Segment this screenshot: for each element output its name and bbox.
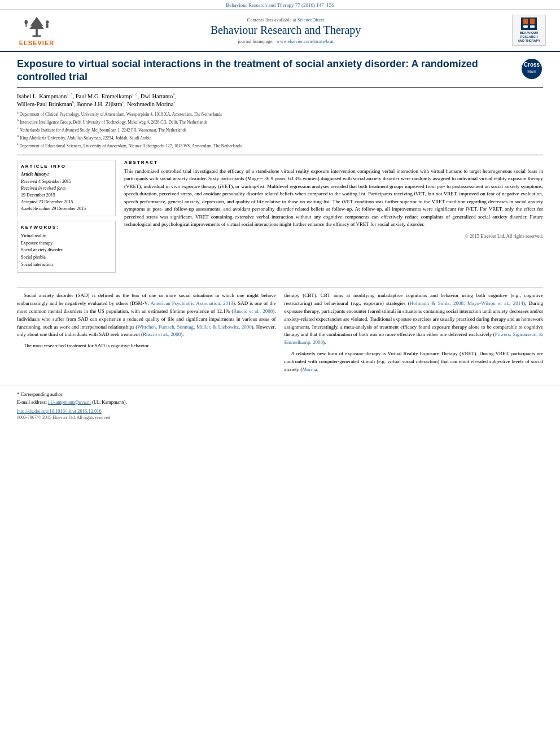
elsevier-label: ELSEVIER	[19, 40, 54, 46]
elsevier-tree-icon	[20, 14, 54, 40]
journal-logo-section: BEHAVIOURRESEARCHAND THERAPY	[509, 15, 549, 46]
svg-text:Cross: Cross	[524, 62, 540, 68]
homepage-prefix: journal homepage:	[238, 38, 274, 44]
journal-header-center: Contents lists available at ScienceDirec…	[68, 17, 504, 44]
online-item: Available online 29 December 2015	[21, 206, 112, 212]
body-divider	[17, 287, 543, 287]
revised-label: Received in revised form	[21, 186, 65, 191]
author-1: Isabel L. Kampmann	[17, 93, 67, 99]
received-item: Received 4 September 2015	[21, 178, 112, 185]
article-history-title: Article history:	[21, 172, 112, 177]
body-right-col: therapy (CBT). CBT aims at modifying mal…	[285, 292, 544, 377]
keywords-title: Keywords:	[21, 225, 112, 230]
ref-link-5[interactable]: Hofmann & Smits, 2008;	[410, 300, 465, 306]
svg-rect-7	[25, 24, 27, 27]
online-label: Available online	[21, 206, 50, 211]
affiliation-item: a Department of Clinical Psychology, Uni…	[17, 110, 543, 117]
svg-point-6	[24, 20, 28, 24]
issn-line: 0005-7967/© 2015 Elsevier Ltd. All right…	[17, 415, 543, 420]
ref-link-3[interactable]: Wittchen, Fuetsch, Sonntag, Müller, & Li…	[137, 324, 252, 330]
journal-citation-bar: Behaviour Research and Therapy 77 (2016)…	[0, 0, 560, 10]
abstract-text: This randomized controlled trial investi…	[124, 168, 543, 229]
body-left-col: Social anxiety disorder (SAD) is defined…	[17, 292, 276, 377]
corresponding-note: * Corresponding author.	[17, 391, 543, 399]
body-para-3: therapy (CBT). CBT aims at modifying mal…	[285, 292, 544, 347]
svg-rect-9	[530, 19, 535, 24]
logo-text: BEHAVIOURRESEARCHAND THERAPY	[518, 31, 540, 43]
homepage-link[interactable]: www.elsevier.com/locate/brat	[277, 38, 334, 44]
affiliation-item: b Interactive Intelligence Group, Delft …	[17, 118, 543, 125]
author-4-sup: b	[72, 100, 75, 104]
keyword-item: Social anxiety disorder	[21, 247, 112, 254]
article-info-box: ARTICLE INFO Article history: Received 4…	[17, 160, 116, 216]
ref-link-2[interactable]: Ruscio et al., 2008	[233, 308, 273, 314]
svg-text:Mark: Mark	[527, 69, 536, 73]
corresponding-label: * Corresponding author.	[17, 391, 63, 397]
article-main: Exposure to virtual social interactions …	[0, 52, 560, 281]
svg-rect-11	[530, 25, 535, 28]
email-suffix: (I.L. Kampmann).	[92, 399, 127, 405]
contents-prefix: Contents lists available at	[247, 17, 296, 23]
keyword-item: Exposure therapy	[21, 240, 112, 247]
ref-link-6[interactable]: Mayo-Wilson et al., 2014	[467, 300, 523, 306]
article-info-title: ARTICLE INFO	[21, 164, 112, 169]
keywords-box: Keywords: Virtual realityExposure therap…	[17, 221, 116, 273]
author-2-sup: c, d	[132, 92, 137, 97]
crossmark-icon: Cross Mark	[520, 58, 543, 80]
accepted-date: 23 December 2015	[38, 199, 73, 204]
email-label: E-mail address:	[17, 399, 47, 405]
email-line: E-mail address: i.l.kampmann@uva.nl (I.L…	[17, 399, 543, 407]
article-info-abstract: ARTICLE INFO Article history: Received 4…	[17, 155, 543, 273]
right-column: ABSTRACT This randomized controlled tria…	[124, 160, 543, 273]
left-column: ARTICLE INFO Article history: Received 4…	[17, 160, 116, 273]
body-para-1: Social anxiety disorder (SAD) is defined…	[17, 292, 276, 339]
keyword-item: Virtual reality	[21, 233, 112, 240]
online-date: 29 December 2015	[51, 206, 86, 211]
abstract-title: ABSTRACT	[124, 160, 543, 165]
svg-point-4	[46, 20, 49, 24]
affiliation-item: e Department of Educational Sciences, Un…	[17, 142, 543, 149]
revised-item: Received in revised form 19 December 201…	[21, 185, 112, 199]
author-6-sup: a	[173, 100, 175, 104]
body-content: Social anxiety disorder (SAD) is defined…	[0, 292, 560, 377]
sciencedirect-link[interactable]: ScienceDirect	[298, 17, 325, 23]
ref-link-7[interactable]: Powers, Sigmarsson, & Emmelkamp, 2008	[285, 331, 544, 345]
authors-line-2: Willem-Paul Brinkmanb, Bonne J.H. Zijlst…	[17, 100, 543, 107]
contents-line: Contents lists available at ScienceDirec…	[68, 17, 504, 23]
ref-link-4[interactable]: Ruscio et al., 2008	[143, 331, 181, 337]
body-para-4: A relatively new form of exposure therap…	[285, 350, 544, 374]
doi-link[interactable]: http://dx.doi.org/10.1016/j.brat.2015.12…	[17, 408, 102, 414]
elsevier-logo: ELSEVIER	[19, 14, 54, 46]
journal-citation-text: Behaviour Research and Therapy 77 (2016)…	[226, 2, 334, 8]
journal-title: Behaviour Research and Therapy	[68, 24, 504, 37]
homepage-line: journal homepage: www.elsevier.com/locat…	[68, 38, 504, 44]
ref-link-1[interactable]: American Psychiatric Association, 2013	[150, 300, 233, 306]
authors-section: Isabel L. Kampmanna, *, Paul M.G. Emmelk…	[17, 92, 543, 149]
article-title-section: Exposure to virtual social interactions …	[17, 58, 543, 88]
journal-header: ELSEVIER Contents lists available at Sci…	[0, 10, 560, 52]
email-link[interactable]: i.l.kampmann@uva.nl	[48, 399, 91, 405]
affiliation-item: c Netherlands Institute for Advanced Stu…	[17, 126, 543, 133]
authors-line: Isabel L. Kampmanna, *, Paul M.G. Emmelk…	[17, 92, 543, 99]
author-5-sup: e	[123, 100, 124, 104]
affiliation-item: d King Abdulaziz University, Abdullah Su…	[17, 134, 543, 141]
received-date: 4 September 2015	[38, 179, 71, 184]
footer-section: * Corresponding author. E-mail address: …	[0, 386, 560, 423]
ref-link-8[interactable]: Morina,	[302, 366, 318, 372]
accepted-label: Accepted	[21, 199, 37, 204]
author-2: Paul M.G. Emmelkamp	[76, 93, 132, 99]
author-4: Willem-Paul Brinkman	[17, 101, 72, 107]
article-title: Exposure to virtual social interactions …	[17, 58, 515, 84]
logo-graphic	[522, 19, 536, 29]
accepted-item: Accepted 23 December 2015	[21, 199, 112, 206]
svg-rect-8	[523, 19, 528, 24]
author-1-sup: a, *	[67, 92, 72, 97]
author-3-sup: b	[173, 92, 175, 97]
copyright-line: © 2015 Elsevier Ltd. All rights reserved…	[124, 233, 543, 239]
keywords-container: Virtual realityExposure therapySocial an…	[21, 233, 112, 269]
keyword-item: Social interaction	[21, 261, 112, 269]
keyword-item: Social phobia	[21, 254, 112, 261]
svg-rect-1	[36, 29, 38, 36]
elsevier-logo-section: ELSEVIER	[11, 14, 62, 46]
svg-rect-10	[523, 25, 528, 28]
